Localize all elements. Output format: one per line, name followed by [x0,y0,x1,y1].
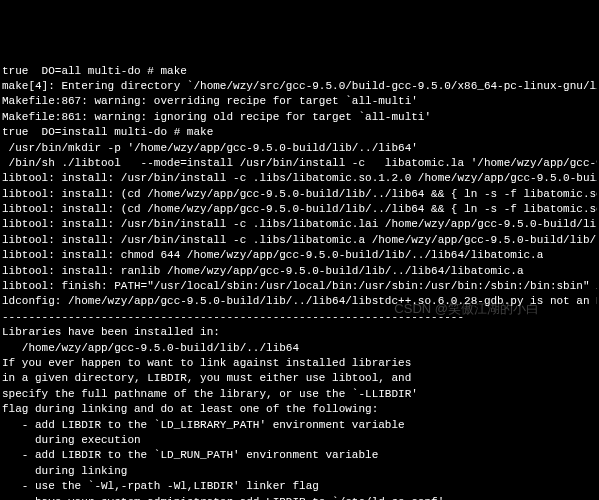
terminal-line: make[4]: Entering directory `/home/wzy/s… [2,79,597,94]
terminal-line: - add LIBDIR to the `LD_RUN_PATH' enviro… [2,448,597,463]
terminal-line: libtool: install: /usr/bin/install -c .l… [2,171,597,186]
terminal-line: If you ever happen to want to link again… [2,356,597,371]
terminal-line: libtool: finish: PATH="/usr/local/sbin:/… [2,279,597,294]
terminal-line: libtool: install: (cd /home/wzy/app/gcc-… [2,187,597,202]
terminal-line: libtool: install: (cd /home/wzy/app/gcc-… [2,202,597,217]
terminal-line: libtool: install: ranlib /home/wzy/app/g… [2,264,597,279]
terminal-line: in a given directory, LIBDIR, you must e… [2,371,597,386]
terminal-line: - add LIBDIR to the `LD_LIBRARY_PATH' en… [2,418,597,433]
terminal-line: specify the full pathname of the library… [2,387,597,402]
terminal-line: - have your system administrator add LIB… [2,495,597,501]
terminal-line: /home/wzy/app/gcc-9.5.0-build/lib/../lib… [2,341,597,356]
terminal-line: true DO=install multi-do # make [2,125,597,140]
terminal-line: /usr/bin/mkdir -p '/home/wzy/app/gcc-9.5… [2,141,597,156]
watermark-text: CSDN @笑傲江湖的小白 [394,300,539,318]
terminal-output: true DO=all multi-do # makemake[4]: Ente… [2,64,597,500]
terminal-line: Makefile:867: warning: overriding recipe… [2,94,597,109]
terminal-line: true DO=all multi-do # make [2,64,597,79]
terminal-line: - use the `-Wl,-rpath -Wl,LIBDIR' linker… [2,479,597,494]
terminal-line: libtool: install: /usr/bin/install -c .l… [2,233,597,248]
terminal-line: during execution [2,433,597,448]
terminal-line: Makefile:861: warning: ignoring old reci… [2,110,597,125]
terminal-line: libtool: install: /usr/bin/install -c .l… [2,217,597,232]
terminal-line: during linking [2,464,597,479]
terminal-line: libtool: install: chmod 644 /home/wzy/ap… [2,248,597,263]
terminal-line: flag during linking and do at least one … [2,402,597,417]
terminal-line: /bin/sh ./libtool --mode=install /usr/bi… [2,156,597,171]
terminal-line: Libraries have been installed in: [2,325,597,340]
